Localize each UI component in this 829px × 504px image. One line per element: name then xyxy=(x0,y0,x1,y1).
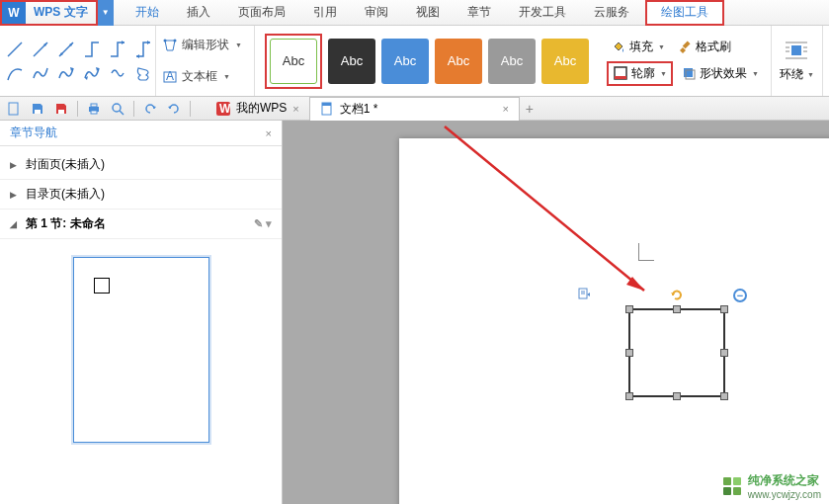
resize-handle-mr[interactable] xyxy=(720,349,728,357)
svg-text:W: W xyxy=(219,102,230,116)
workspace: 章节导航 × ▶封面页(未插入) ▶目录页(未插入) ◢第 1 节: 未命名 ✎… xyxy=(0,121,829,504)
svg-marker-6 xyxy=(122,41,124,44)
line-tool-5[interactable] xyxy=(109,40,126,59)
menu-insert[interactable]: 插入 xyxy=(173,0,224,26)
style-preset-1[interactable]: Abc xyxy=(270,39,317,84)
chevron-down-icon: ▼ xyxy=(807,71,814,78)
redo-icon[interactable] xyxy=(166,101,182,117)
line-tool-3[interactable] xyxy=(57,40,75,59)
undo-icon[interactable] xyxy=(142,101,158,117)
ribbon: 编辑形状 ▼ A 文本框 ▼ Abc Abc Abc Abc Abc Abc 填… xyxy=(0,26,829,97)
menu-page-layout[interactable]: 页面布局 xyxy=(224,0,299,26)
menu-view[interactable]: 视图 xyxy=(402,0,454,26)
collapse-handle[interactable]: − xyxy=(733,289,747,302)
rotate-handle[interactable] xyxy=(670,289,684,302)
svg-line-0 xyxy=(8,42,22,56)
thumbnail-area xyxy=(0,243,282,504)
style-preset-4[interactable]: Abc xyxy=(435,39,482,84)
curve-tool-2[interactable] xyxy=(32,63,49,83)
tab-close-icon[interactable]: × xyxy=(502,103,508,115)
line-tool-4[interactable] xyxy=(83,40,101,59)
curve-tool-1[interactable] xyxy=(6,63,24,83)
svg-rect-33 xyxy=(91,104,97,107)
pencil-icon[interactable]: ✎ ▾ xyxy=(254,217,272,230)
nav-item-cover[interactable]: ▶封面页(未插入) xyxy=(0,150,282,180)
style-preset-6[interactable]: Abc xyxy=(541,39,589,84)
resize-handle-bl[interactable] xyxy=(625,392,633,400)
tab-add-button[interactable]: + xyxy=(520,101,539,117)
curve-tool-5[interactable] xyxy=(109,63,126,83)
menu-chapter[interactable]: 章节 xyxy=(454,0,505,26)
svg-marker-7 xyxy=(147,41,150,44)
fill-label: 填充 xyxy=(629,39,653,55)
edit-shape-button[interactable]: 编辑形状 ▼ xyxy=(162,32,248,59)
outline-label: 轮廓 xyxy=(631,65,655,82)
tab-label: 文档1 * xyxy=(340,101,378,118)
wrap-icon[interactable] xyxy=(783,39,810,62)
resize-handle-bm[interactable] xyxy=(673,392,681,400)
svg-point-14 xyxy=(174,39,177,42)
watermark-logo-icon xyxy=(722,476,742,496)
triangle-right-icon: ▶ xyxy=(10,190,20,200)
wrap-button[interactable]: 环绕 ▼ xyxy=(780,66,814,83)
document-tabs: W 我的WPS × 文档1 * × + xyxy=(207,97,539,121)
menu-drawing-tools[interactable]: 绘图工具 xyxy=(645,0,724,26)
nav-item-toc[interactable]: ▶目录页(未插入) xyxy=(0,180,282,210)
svg-point-35 xyxy=(113,104,121,112)
svg-text:A: A xyxy=(166,69,174,83)
paragraph-mark-icon xyxy=(577,287,591,300)
style-preset-3[interactable]: Abc xyxy=(381,39,429,84)
resize-handle-br[interactable] xyxy=(720,392,728,400)
print-icon[interactable] xyxy=(86,101,102,117)
resize-handle-tl[interactable] xyxy=(625,305,633,313)
tab-close-icon[interactable]: × xyxy=(292,103,298,115)
page-thumbnail[interactable] xyxy=(73,257,209,443)
menu-reference[interactable]: 引用 xyxy=(299,0,351,26)
chevron-down-icon: ▼ xyxy=(223,73,230,80)
resize-handle-tr[interactable] xyxy=(720,305,728,313)
separator xyxy=(190,101,191,117)
style-preset-2[interactable]: Abc xyxy=(328,39,375,84)
textbox-button[interactable]: A 文本框 ▼ xyxy=(162,63,248,91)
nav-item-section-1[interactable]: ◢第 1 节: 未命名 ✎ ▾ xyxy=(0,210,282,239)
line-tool-2[interactable] xyxy=(32,40,49,59)
resize-handle-ml[interactable] xyxy=(625,349,633,357)
outline-button[interactable]: 轮廓 ▼ xyxy=(607,61,673,86)
menu-review[interactable]: 审阅 xyxy=(351,0,402,26)
new-file-icon[interactable] xyxy=(6,101,22,117)
nav-item-label: 第 1 节: 未命名 xyxy=(26,215,106,232)
shape-text-group: 编辑形状 ▼ A 文本框 ▼ xyxy=(156,26,255,96)
menu-start[interactable]: 开始 xyxy=(122,0,173,26)
line-tool-1[interactable] xyxy=(6,40,24,59)
tab-my-wps[interactable]: W 我的WPS × xyxy=(207,97,309,121)
document-page[interactable]: − xyxy=(399,138,829,504)
selected-rectangle-shape[interactable]: − xyxy=(628,308,725,397)
shape-effects-button[interactable]: 形状效果 ▼ xyxy=(677,63,763,84)
fill-button[interactable]: 填充 ▼ xyxy=(607,37,669,57)
curve-tool-4[interactable] xyxy=(83,63,101,83)
canvas-area[interactable]: − xyxy=(283,121,829,504)
watermark-name: 纯净系统之家 xyxy=(748,472,821,489)
menu-bar: W WPS 文字 ▼ 开始 插入 页面布局 引用 审阅 视图 章节 开发工具 云… xyxy=(0,0,829,26)
format-brush-button[interactable]: 格式刷 xyxy=(673,37,735,57)
menu-cloud[interactable]: 云服务 xyxy=(580,0,643,26)
print-preview-icon[interactable] xyxy=(110,101,125,117)
resize-handle-tm[interactable] xyxy=(673,305,681,313)
menu-dev-tools[interactable]: 开发工具 xyxy=(505,0,580,26)
nav-title: 章节导航 xyxy=(10,125,57,141)
save-as-icon[interactable] xyxy=(53,101,69,117)
svg-rect-17 xyxy=(683,41,691,48)
thumbnail-shape xyxy=(94,278,110,294)
svg-marker-12 xyxy=(165,41,175,50)
save-icon[interactable] xyxy=(30,101,45,117)
line-tool-6[interactable] xyxy=(134,40,152,59)
curve-tool-6[interactable] xyxy=(134,63,152,83)
shape-styles-group: Abc Abc Abc Abc Abc Abc xyxy=(255,26,599,96)
wrap-label: 环绕 xyxy=(780,66,803,83)
app-menu-dropdown[interactable]: ▼ xyxy=(98,0,114,26)
nav-close-button[interactable]: × xyxy=(266,127,272,139)
svg-line-36 xyxy=(120,111,124,115)
curve-tool-3[interactable] xyxy=(57,63,75,83)
style-preset-5[interactable]: Abc xyxy=(488,39,536,84)
tab-document-1[interactable]: 文档1 * × xyxy=(309,97,520,121)
